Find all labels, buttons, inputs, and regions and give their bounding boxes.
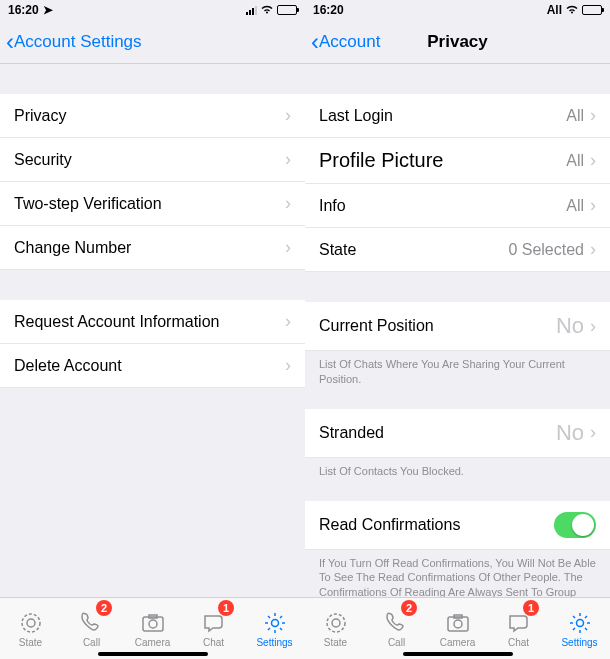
row-state[interactable]: State 0 Selected› (305, 228, 610, 272)
svg-point-0 (22, 614, 40, 632)
svg-point-7 (327, 614, 345, 632)
tab-state[interactable]: State (0, 598, 61, 659)
tab-label: Call (388, 637, 405, 648)
status-icon (323, 610, 349, 636)
screen-privacy: 16:20 All ‹ Account Privacy Last Login A… (305, 0, 610, 659)
svg-point-3 (149, 620, 157, 628)
cell-label: State (319, 241, 356, 259)
chevron-right-icon: › (285, 105, 291, 126)
battery-icon (582, 5, 602, 15)
row-request-account-info[interactable]: Request Account Information › (0, 300, 305, 344)
nav-bar: ‹ Account Privacy (305, 20, 610, 64)
svg-point-6 (271, 619, 278, 626)
tab-state[interactable]: State (305, 598, 366, 659)
location-icon: ➤ (43, 3, 53, 17)
row-two-step-verification[interactable]: Two-step Verification › (0, 182, 305, 226)
cell-label: Privacy (14, 107, 66, 125)
tab-label: Settings (256, 637, 292, 648)
cell-label: Change Number (14, 239, 131, 257)
chevron-left-icon: ‹ (311, 30, 319, 54)
tab-camera[interactable]: Camera (122, 598, 183, 659)
back-label: Account (319, 32, 380, 52)
chevron-right-icon: › (590, 195, 596, 216)
status-time: 16:20 (313, 3, 344, 17)
chevron-right-icon: › (590, 239, 596, 260)
cell-label: Read Confirmations (319, 516, 460, 534)
back-label: Account Settings (14, 32, 142, 52)
cell-label: Current Position (319, 317, 434, 335)
row-profile-picture[interactable]: Profile Picture All› (305, 138, 610, 184)
content-scroll[interactable]: Last Login All› Profile Picture All› Inf… (305, 64, 610, 659)
row-info[interactable]: Info All› (305, 184, 610, 228)
tab-chat[interactable]: Chat1 (488, 598, 549, 659)
cell-label: Stranded (319, 424, 384, 442)
row-change-number[interactable]: Change Number › (0, 226, 305, 270)
tab-label: State (19, 637, 42, 648)
cell-label: Profile Picture (319, 149, 444, 172)
tab-label: Camera (135, 637, 171, 648)
chevron-right-icon: › (590, 316, 596, 337)
status-icon (18, 610, 44, 636)
badge: 2 (401, 600, 417, 616)
wifi-icon (565, 3, 579, 17)
back-button[interactable]: ‹ Account Settings (6, 30, 142, 54)
tab-bar: StateCall2CameraChat1Settings (305, 597, 610, 659)
read-confirmations-toggle[interactable] (554, 512, 596, 538)
wifi-icon (260, 3, 274, 17)
nav-bar: ‹ Account Settings (0, 20, 305, 64)
battery-icon (277, 5, 297, 15)
chevron-right-icon: › (285, 193, 291, 214)
row-read-confirmations[interactable]: Read Confirmations (305, 501, 610, 550)
row-stranded[interactable]: Stranded No› (305, 409, 610, 458)
chevron-right-icon: › (285, 149, 291, 170)
tab-label: Settings (561, 637, 597, 648)
badge: 1 (218, 600, 234, 616)
tab-call[interactable]: Call2 (366, 598, 427, 659)
camera-icon (445, 610, 471, 636)
svg-rect-2 (143, 617, 163, 631)
gear-icon (567, 610, 593, 636)
status-text: All (547, 3, 562, 17)
tab-label: State (324, 637, 347, 648)
chevron-right-icon: › (590, 422, 596, 443)
cell-value: All (566, 107, 584, 125)
gear-icon (262, 610, 288, 636)
chevron-left-icon: ‹ (6, 30, 14, 54)
svg-point-10 (454, 620, 462, 628)
page-title: Privacy (427, 32, 488, 52)
cell-label: Security (14, 151, 72, 169)
row-last-login[interactable]: Last Login All› (305, 94, 610, 138)
cell-label: Last Login (319, 107, 393, 125)
tab-call[interactable]: Call2 (61, 598, 122, 659)
cell-value: No (556, 420, 584, 446)
signal-icon (246, 6, 257, 15)
badge: 2 (96, 600, 112, 616)
tab-settings[interactable]: Settings (549, 598, 610, 659)
cell-label: Request Account Information (14, 313, 219, 331)
chevron-right-icon: › (285, 311, 291, 332)
chevron-right-icon: › (590, 105, 596, 126)
status-bar: 16:20 All (305, 0, 610, 20)
svg-point-13 (576, 619, 583, 626)
tab-label: Camera (440, 637, 476, 648)
cell-value: 0 Selected (508, 241, 584, 259)
row-delete-account[interactable]: Delete Account › (0, 344, 305, 388)
tab-settings[interactable]: Settings (244, 598, 305, 659)
svg-point-1 (27, 619, 35, 627)
cell-label: Delete Account (14, 357, 122, 375)
content-scroll[interactable]: Privacy › Security › Two-step Verificati… (0, 64, 305, 659)
status-time: 16:20 (8, 3, 39, 17)
row-current-position[interactable]: Current Position No› (305, 302, 610, 351)
camera-icon (140, 610, 166, 636)
badge: 1 (523, 600, 539, 616)
row-privacy[interactable]: Privacy › (0, 94, 305, 138)
svg-rect-9 (448, 617, 468, 631)
chevron-right-icon: › (285, 237, 291, 258)
tab-chat[interactable]: Chat1 (183, 598, 244, 659)
cell-label: Info (319, 197, 346, 215)
row-security[interactable]: Security › (0, 138, 305, 182)
tab-camera[interactable]: Camera (427, 598, 488, 659)
svg-point-8 (332, 619, 340, 627)
back-button[interactable]: ‹ Account (311, 30, 380, 54)
status-bar: 16:20 ➤ (0, 0, 305, 20)
